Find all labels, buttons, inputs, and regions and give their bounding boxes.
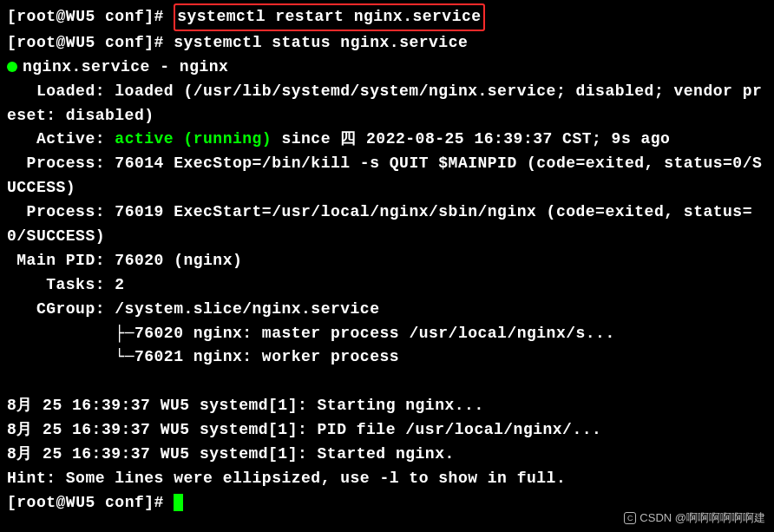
prompt-host: WU5 — [66, 8, 95, 25]
prompt-user: root — [16, 494, 56, 511]
log-line: 8月 25 16:39:37 WU5 systemd[1]: Started n… — [7, 443, 767, 467]
status-active: Active: active (running) since 四 2022-08… — [7, 128, 767, 152]
unit-desc: nginx — [180, 58, 229, 76]
status-loaded: Loaded: loaded (/usr/lib/systemd/system/… — [7, 80, 767, 128]
cgroup-child: └─76021 nginx: worker process — [7, 345, 767, 370]
prompt-user: root — [16, 8, 56, 25]
watermark: CCSDN @啊啊啊啊啊啊建 — [624, 509, 765, 527]
command-text: systemctl restart nginx.service — [177, 8, 481, 25]
active-suffix: since 四 2022-08-25 16:39:37 CST; 9s ago — [272, 130, 670, 148]
status-cgroup: CGroup: /system.slice/nginx.service — [7, 298, 767, 322]
log-line: 8月 25 16:39:37 WU5 systemd[1]: Starting … — [7, 394, 767, 418]
status-main-pid: Main PID: 76020 (nginx) — [7, 249, 767, 273]
active-state: active (running) — [115, 130, 272, 148]
unit-name: nginx.service — [23, 58, 150, 76]
csdn-logo-icon: C — [624, 512, 636, 524]
prompt-user: root — [16, 34, 56, 51]
status-header: nginx.service - nginx — [7, 56, 767, 80]
log-line: 8月 25 16:39:37 WU5 systemd[1]: PID file … — [7, 418, 767, 443]
cursor-icon — [174, 494, 183, 511]
highlighted-command: systemctl restart nginx.service — [174, 3, 484, 31]
prompt-dir: conf — [105, 8, 144, 25]
prompt-host: WU5 — [66, 34, 95, 51]
watermark-text: CSDN @啊啊啊啊啊啊建 — [640, 511, 765, 524]
prompt-dir: conf — [105, 494, 144, 511]
prompt-dir: conf — [105, 34, 144, 51]
prompt-symbol: # — [154, 34, 164, 51]
prompt-host: WU5 — [66, 494, 95, 511]
cgroup-child: ├─76020 nginx: master process /usr/local… — [7, 322, 767, 346]
terminal-line: [root@WU5 conf]# systemctl status nginx.… — [7, 31, 767, 56]
status-active-dot-icon — [7, 62, 17, 72]
status-tasks: Tasks: 2 — [7, 273, 767, 298]
prompt-symbol: # — [154, 8, 164, 25]
command-text: systemctl status nginx.service — [174, 34, 468, 51]
prompt-symbol: # — [154, 494, 164, 511]
terminal-line: [root@WU5 conf]# systemctl restart nginx… — [7, 3, 767, 31]
status-process: Process: 76019 ExecStart=/usr/local/ngin… — [7, 200, 767, 249]
blank-line — [7, 370, 767, 394]
active-prefix: Active: — [7, 130, 115, 148]
log-hint: Hint: Some lines were ellipsized, use -l… — [7, 467, 767, 491]
status-process: Process: 76014 ExecStop=/bin/kill -s QUI… — [7, 152, 767, 200]
